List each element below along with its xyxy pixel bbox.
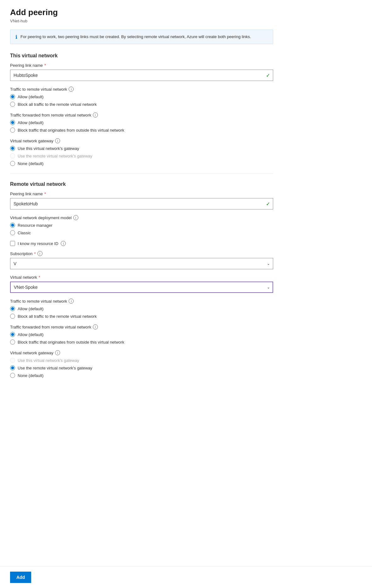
this-forwarded-allow-label: Allow (default) <box>18 120 43 125</box>
add-button[interactable]: Add <box>10 572 31 583</box>
page-title: Add peering <box>10 8 273 17</box>
this-traffic-allow-label: Allow (default) <box>18 94 43 99</box>
remote-peering-link-input-wrapper: ✓ <box>10 198 273 209</box>
this-gateway-this-option[interactable]: Use this virtual network's gateway <box>10 146 273 151</box>
subscription-label: Subscription * i <box>10 251 273 256</box>
deployment-classic-label: Classic <box>18 231 31 235</box>
check-icon: ✓ <box>266 72 270 78</box>
know-resource-id-option[interactable]: I know my resource ID i <box>10 241 273 246</box>
remote-gateway-this-label: Use this virtual network's gateway <box>18 358 79 363</box>
remote-traffic-to-remote-group: Allow (default) Block all traffic to the… <box>10 306 273 319</box>
this-peering-link-input[interactable] <box>10 70 273 81</box>
virtual-network-label: Virtual network * <box>10 275 273 280</box>
this-traffic-to-remote-group: Allow (default) Block all traffic to the… <box>10 94 273 107</box>
remote-traffic-allow-option[interactable]: Allow (default) <box>10 306 273 311</box>
remote-gateway-group: Use this virtual network's gateway Use t… <box>10 358 273 378</box>
info-banner-text: For peering to work, two peering links m… <box>20 34 251 40</box>
remote-traffic-allow-label: Allow (default) <box>18 306 43 311</box>
remote-forwarded-allow-option[interactable]: Allow (default) <box>10 332 273 337</box>
subscription-select-wrapper: V ⌄ <box>10 258 273 269</box>
subscription-select[interactable]: V <box>10 258 273 269</box>
know-resource-id-label: I know my resource ID <box>18 241 58 246</box>
traffic-forwarded-info-icon[interactable]: i <box>93 112 98 117</box>
this-gateway-remote-label: Use the remote virtual network's gateway <box>18 154 92 158</box>
virtual-network-select[interactable]: VNet-Spoke <box>10 282 273 293</box>
this-traffic-to-remote-label: Traffic to remote virtual network i <box>10 87 273 92</box>
know-resource-id-checkbox[interactable] <box>10 241 15 246</box>
this-vnet-section-title: This virtual network <box>10 53 273 59</box>
deployment-rm-label: Resource manager <box>18 223 53 228</box>
deployment-rm-option[interactable]: Resource manager <box>10 223 273 228</box>
remote-traffic-block-label: Block all traffic to the remote virtual … <box>18 314 97 319</box>
this-forwarded-block-option[interactable]: Block traffic that originates from outsi… <box>10 128 273 133</box>
remote-peering-link-input[interactable] <box>10 198 273 209</box>
this-traffic-forwarded-group: Allow (default) Block traffic that origi… <box>10 120 273 133</box>
subscription-info-icon[interactable]: i <box>37 251 42 256</box>
remote-gateway-none-label: None (default) <box>18 373 43 378</box>
remote-gateway-info-icon[interactable]: i <box>55 350 60 355</box>
virtual-network-select-wrapper: VNet-Spoke ⌄ <box>10 282 273 293</box>
remote-forwarded-allow-label: Allow (default) <box>18 332 43 337</box>
deployment-model-group: Resource manager Classic <box>10 223 273 235</box>
info-icon: ℹ <box>15 34 17 40</box>
info-banner: ℹ For peering to work, two peering links… <box>10 30 273 44</box>
section-divider <box>10 174 273 174</box>
this-gateway-none-label: None (default) <box>18 161 43 166</box>
remote-gateway-remote-option[interactable]: Use the remote virtual network's gateway <box>10 365 273 370</box>
remote-traffic-info-icon[interactable]: i <box>69 299 74 304</box>
remote-vnet-section-title: Remote virtual network <box>10 181 273 187</box>
this-traffic-block-label: Block all traffic to the remote virtual … <box>18 102 97 107</box>
remote-gateway-remote-label: Use the remote virtual network's gateway <box>18 366 92 370</box>
this-gateway-label: Virtual network gateway i <box>10 138 273 143</box>
remote-forwarded-block-label: Block traffic that originates from outsi… <box>18 340 124 345</box>
page-subtitle: VNet-hub <box>10 19 273 23</box>
this-peering-link-input-wrapper: ✓ <box>10 70 273 81</box>
this-traffic-forwarded-label: Traffic forwarded from remote virtual ne… <box>10 112 273 117</box>
traffic-to-remote-info-icon[interactable]: i <box>69 87 74 92</box>
remote-forwarded-info-icon[interactable]: i <box>93 324 98 329</box>
this-traffic-block-option[interactable]: Block all traffic to the remote virtual … <box>10 102 273 107</box>
remote-virtual-network-section: Remote virtual network Peering link name… <box>10 181 273 378</box>
this-traffic-allow-option[interactable]: Allow (default) <box>10 94 273 99</box>
remote-gateway-label: Virtual network gateway i <box>10 350 273 355</box>
required-star-vnet: * <box>39 275 40 280</box>
required-star: * <box>44 63 46 68</box>
remote-traffic-to-remote-label: Traffic to remote virtual network i <box>10 299 273 304</box>
remote-gateway-none-option[interactable]: None (default) <box>10 373 273 378</box>
this-virtual-network-section: This virtual network Peering link name *… <box>10 53 273 166</box>
remote-traffic-block-option[interactable]: Block all traffic to the remote virtual … <box>10 314 273 319</box>
this-peering-link-label: Peering link name * <box>10 63 273 68</box>
deployment-model-label: Virtual network deployment model i <box>10 215 273 220</box>
remote-check-icon: ✓ <box>266 201 270 207</box>
this-gateway-group: Use this virtual network's gateway Use t… <box>10 146 273 166</box>
remote-peering-link-label: Peering link name * <box>10 191 273 196</box>
this-forwarded-allow-option[interactable]: Allow (default) <box>10 120 273 125</box>
footer: Add <box>0 566 372 588</box>
this-gateway-this-label: Use this virtual network's gateway <box>18 146 79 151</box>
remote-gateway-this-option[interactable]: Use this virtual network's gateway <box>10 358 273 363</box>
resource-id-info-icon[interactable]: i <box>61 241 66 246</box>
deployment-model-info-icon[interactable]: i <box>73 215 78 220</box>
remote-traffic-forwarded-group: Allow (default) Block traffic that origi… <box>10 332 273 345</box>
gateway-info-icon[interactable]: i <box>55 138 60 143</box>
deployment-classic-option[interactable]: Classic <box>10 230 273 235</box>
remote-forwarded-block-option[interactable]: Block traffic that originates from outsi… <box>10 340 273 345</box>
remote-traffic-forwarded-label: Traffic forwarded from remote virtual ne… <box>10 324 273 329</box>
this-gateway-remote-option[interactable]: Use the remote virtual network's gateway <box>10 153 273 158</box>
required-star-subscription: * <box>34 251 36 256</box>
this-gateway-none-option[interactable]: None (default) <box>10 161 273 166</box>
required-star-remote: * <box>44 191 46 196</box>
this-forwarded-block-label: Block traffic that originates from outsi… <box>18 128 124 133</box>
